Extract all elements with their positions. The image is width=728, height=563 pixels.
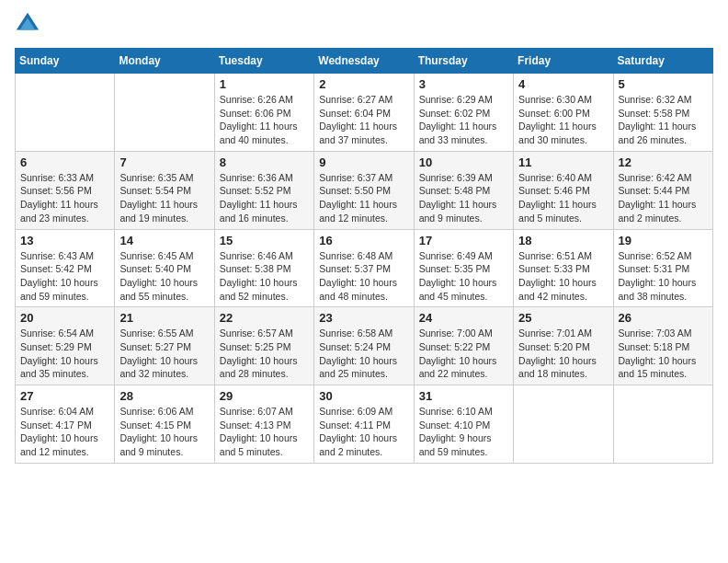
day-number: 13 — [20, 234, 109, 247]
day-number: 9 — [319, 155, 408, 169]
day-number: 29 — [220, 389, 309, 403]
week-row: 13Sunrise: 6:43 AMSunset: 5:42 PMDayligh… — [16, 229, 713, 307]
day-detail: Sunrise: 6:46 AMSunset: 5:38 PMDaylight:… — [220, 249, 309, 304]
week-row: 27Sunrise: 6:04 AMSunset: 4:17 PMDayligh… — [16, 385, 713, 464]
calendar-cell: 13Sunrise: 6:43 AMSunset: 5:42 PMDayligh… — [16, 229, 115, 307]
calendar-cell: 10Sunrise: 6:39 AMSunset: 5:48 PMDayligh… — [414, 151, 513, 229]
day-number: 12 — [619, 155, 708, 169]
day-number: 6 — [20, 155, 109, 169]
calendar-cell: 29Sunrise: 6:07 AMSunset: 4:13 PMDayligh… — [214, 385, 313, 464]
day-number: 4 — [518, 77, 608, 91]
day-detail: Sunrise: 6:42 AMSunset: 5:44 PMDaylight:… — [619, 171, 708, 225]
calendar-cell: 17Sunrise: 6:49 AMSunset: 5:35 PMDayligh… — [414, 229, 513, 307]
day-number: 20 — [20, 311, 109, 325]
day-detail: Sunrise: 7:00 AMSunset: 5:22 PMDaylight:… — [419, 327, 508, 381]
calendar-cell: 31Sunrise: 6:10 AMSunset: 4:10 PMDayligh… — [414, 385, 513, 464]
day-number: 31 — [419, 389, 508, 403]
calendar-cell: 21Sunrise: 6:55 AMSunset: 5:27 PMDayligh… — [115, 307, 214, 385]
column-header-friday: Friday — [514, 49, 613, 74]
day-number: 26 — [619, 311, 708, 325]
day-number: 22 — [220, 311, 309, 325]
day-detail: Sunrise: 6:51 AMSunset: 5:33 PMDaylight:… — [518, 249, 608, 304]
day-detail: Sunrise: 6:49 AMSunset: 5:35 PMDaylight:… — [419, 249, 508, 304]
day-number: 15 — [220, 234, 309, 247]
day-detail: Sunrise: 6:40 AMSunset: 5:46 PMDaylight:… — [518, 171, 608, 225]
day-number: 30 — [319, 389, 408, 403]
column-header-monday: Monday — [115, 49, 214, 74]
column-header-sunday: Sunday — [16, 49, 115, 74]
day-detail: Sunrise: 6:57 AMSunset: 5:25 PMDaylight:… — [220, 327, 309, 381]
day-number: 16 — [319, 234, 408, 247]
calendar-cell: 8Sunrise: 6:36 AMSunset: 5:52 PMDaylight… — [214, 151, 313, 229]
calendar-cell: 12Sunrise: 6:42 AMSunset: 5:44 PMDayligh… — [613, 151, 712, 229]
calendar-cell — [115, 74, 214, 152]
day-detail: Sunrise: 6:07 AMSunset: 4:13 PMDaylight:… — [220, 405, 309, 459]
day-detail: Sunrise: 6:36 AMSunset: 5:52 PMDaylight:… — [220, 171, 309, 225]
day-detail: Sunrise: 6:52 AMSunset: 5:31 PMDaylight:… — [619, 249, 708, 304]
day-detail: Sunrise: 6:26 AMSunset: 6:06 PMDaylight:… — [220, 93, 309, 147]
day-detail: Sunrise: 6:09 AMSunset: 4:11 PMDaylight:… — [319, 405, 408, 459]
day-detail: Sunrise: 7:01 AMSunset: 5:20 PMDaylight:… — [518, 327, 608, 381]
day-detail: Sunrise: 6:27 AMSunset: 6:04 PMDaylight:… — [319, 93, 408, 147]
page-header — [15, 15, 713, 37]
calendar-cell: 27Sunrise: 6:04 AMSunset: 4:17 PMDayligh… — [16, 385, 115, 464]
day-number: 8 — [220, 155, 309, 169]
calendar-cell: 4Sunrise: 6:30 AMSunset: 6:00 PMDaylight… — [514, 74, 613, 152]
day-number: 19 — [619, 234, 708, 247]
calendar-cell: 18Sunrise: 6:51 AMSunset: 5:33 PMDayligh… — [514, 229, 613, 307]
day-number: 27 — [20, 389, 109, 403]
calendar-cell: 19Sunrise: 6:52 AMSunset: 5:31 PMDayligh… — [613, 229, 712, 307]
day-detail: Sunrise: 6:37 AMSunset: 5:50 PMDaylight:… — [319, 171, 408, 225]
calendar-cell: 28Sunrise: 6:06 AMSunset: 4:15 PMDayligh… — [115, 385, 214, 464]
calendar-cell: 25Sunrise: 7:01 AMSunset: 5:20 PMDayligh… — [514, 307, 613, 385]
calendar-cell: 30Sunrise: 6:09 AMSunset: 4:11 PMDayligh… — [314, 385, 414, 464]
calendar-cell: 26Sunrise: 7:03 AMSunset: 5:18 PMDayligh… — [613, 307, 712, 385]
day-number: 25 — [518, 311, 608, 325]
day-detail: Sunrise: 6:58 AMSunset: 5:24 PMDaylight:… — [319, 327, 408, 381]
day-number: 5 — [619, 77, 708, 91]
column-header-thursday: Thursday — [414, 49, 513, 74]
calendar-cell: 11Sunrise: 6:40 AMSunset: 5:46 PMDayligh… — [514, 151, 613, 229]
calendar-cell: 15Sunrise: 6:46 AMSunset: 5:38 PMDayligh… — [214, 229, 313, 307]
logo-icon — [15, 11, 40, 37]
day-detail: Sunrise: 6:48 AMSunset: 5:37 PMDaylight:… — [319, 249, 408, 304]
calendar-cell: 3Sunrise: 6:29 AMSunset: 6:02 PMDaylight… — [414, 74, 513, 152]
calendar-cell: 24Sunrise: 7:00 AMSunset: 5:22 PMDayligh… — [414, 307, 513, 385]
calendar-cell: 22Sunrise: 6:57 AMSunset: 5:25 PMDayligh… — [214, 307, 313, 385]
calendar-cell: 7Sunrise: 6:35 AMSunset: 5:54 PMDaylight… — [115, 151, 214, 229]
day-detail: Sunrise: 6:33 AMSunset: 5:56 PMDaylight:… — [20, 171, 109, 225]
calendar-cell: 5Sunrise: 6:32 AMSunset: 5:58 PMDaylight… — [613, 74, 712, 152]
calendar-cell: 9Sunrise: 6:37 AMSunset: 5:50 PMDaylight… — [314, 151, 414, 229]
day-number: 14 — [119, 234, 209, 247]
day-detail: Sunrise: 6:39 AMSunset: 5:48 PMDaylight:… — [419, 171, 508, 225]
calendar-cell: 16Sunrise: 6:48 AMSunset: 5:37 PMDayligh… — [314, 229, 414, 307]
calendar-cell — [16, 74, 115, 152]
day-detail: Sunrise: 6:35 AMSunset: 5:54 PMDaylight:… — [119, 171, 209, 225]
calendar-cell: 23Sunrise: 6:58 AMSunset: 5:24 PMDayligh… — [314, 307, 414, 385]
day-detail: Sunrise: 6:32 AMSunset: 5:58 PMDaylight:… — [619, 93, 708, 147]
calendar-cell: 14Sunrise: 6:45 AMSunset: 5:40 PMDayligh… — [115, 229, 214, 307]
week-row: 1Sunrise: 6:26 AMSunset: 6:06 PMDaylight… — [16, 74, 713, 152]
column-header-tuesday: Tuesday — [214, 49, 313, 74]
day-number: 11 — [518, 155, 608, 169]
day-number: 28 — [119, 389, 209, 403]
week-row: 20Sunrise: 6:54 AMSunset: 5:29 PMDayligh… — [16, 307, 713, 385]
day-detail: Sunrise: 6:54 AMSunset: 5:29 PMDaylight:… — [20, 327, 109, 381]
day-detail: Sunrise: 6:55 AMSunset: 5:27 PMDaylight:… — [119, 327, 209, 381]
week-row: 6Sunrise: 6:33 AMSunset: 5:56 PMDaylight… — [16, 151, 713, 229]
day-number: 21 — [119, 311, 209, 325]
calendar-cell: 1Sunrise: 6:26 AMSunset: 6:06 PMDaylight… — [214, 74, 313, 152]
column-header-wednesday: Wednesday — [314, 49, 414, 74]
day-number: 1 — [220, 77, 309, 91]
day-detail: Sunrise: 6:43 AMSunset: 5:42 PMDaylight:… — [20, 249, 109, 304]
day-number: 7 — [119, 155, 209, 169]
day-number: 2 — [319, 77, 408, 91]
day-detail: Sunrise: 6:30 AMSunset: 6:00 PMDaylight:… — [518, 93, 608, 147]
calendar-table: SundayMondayTuesdayWednesdayThursdayFrid… — [15, 48, 713, 464]
day-detail: Sunrise: 6:04 AMSunset: 4:17 PMDaylight:… — [20, 405, 109, 459]
day-number: 3 — [419, 77, 508, 91]
calendar-cell: 20Sunrise: 6:54 AMSunset: 5:29 PMDayligh… — [16, 307, 115, 385]
day-number: 24 — [419, 311, 508, 325]
day-detail: Sunrise: 6:45 AMSunset: 5:40 PMDaylight:… — [119, 249, 209, 304]
day-detail: Sunrise: 6:29 AMSunset: 6:02 PMDaylight:… — [419, 93, 508, 147]
